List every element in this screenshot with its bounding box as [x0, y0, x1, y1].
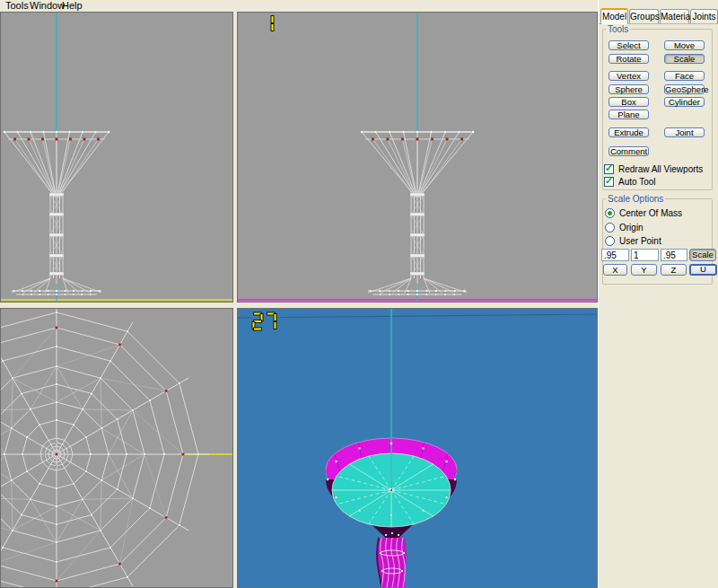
front-wireframe-view	[1, 13, 232, 302]
scale-tool-button[interactable]: Scale	[664, 54, 705, 64]
menu-help[interactable]: Help	[62, 0, 83, 12]
axis-y-button[interactable]: Y	[631, 264, 657, 276]
radio-2[interactable]	[605, 236, 615, 246]
scale-z-input[interactable]	[661, 249, 687, 261]
side-panel: Model Groups Materials Joints Tools Sele…	[598, 0, 718, 588]
side-wireframe-view	[238, 13, 597, 302]
menu-window[interactable]: Window	[30, 0, 65, 12]
auto-tool-label: Auto Tool	[618, 177, 656, 188]
geosphere-button[interactable]: GeoSphere	[664, 84, 705, 94]
extrude-button[interactable]: Extrude	[609, 127, 649, 137]
axis-x-button[interactable]: X	[603, 264, 627, 276]
viewport-side[interactable]	[237, 12, 598, 303]
tab-joints[interactable]: Joints	[690, 9, 718, 23]
tab-model[interactable]: Model	[600, 8, 628, 24]
radio-0[interactable]	[605, 208, 615, 218]
radio-1[interactable]	[605, 223, 615, 233]
scale-x-input[interactable]	[601, 249, 629, 261]
app-window: { "menu": {"items": ["Tools", "Window", …	[0, 0, 718, 588]
redraw-all-viewports-label: Redraw All Viewports	[618, 164, 703, 175]
scale-options-label: Scale Options	[606, 194, 665, 204]
sphere-button[interactable]: Sphere	[609, 84, 649, 94]
viewport-top[interactable]	[0, 308, 233, 588]
cylinder-button[interactable]: Cylinder	[664, 97, 705, 107]
center-of-mass-label: Center Of Mass	[619, 208, 682, 219]
viewport-frame-label	[267, 13, 281, 33]
vertex-button[interactable]: Vertex	[609, 71, 649, 81]
checkbox-1[interactable]	[604, 177, 614, 187]
viewport-frame-counter	[251, 312, 280, 331]
box-button[interactable]: Box	[609, 97, 649, 107]
rotate-button[interactable]: Rotate	[609, 54, 649, 64]
face-button[interactable]: Face	[664, 71, 705, 81]
user-point-label: User Point	[619, 236, 661, 247]
perspective-shaded-view	[238, 309, 597, 587]
origin-label: Origin	[619, 223, 644, 233]
axis-z-button[interactable]: Z	[661, 264, 687, 276]
scale-apply-button[interactable]: Scale	[689, 249, 716, 261]
plane-button[interactable]: Plane	[609, 110, 649, 119]
checkbox-0[interactable]	[604, 164, 614, 174]
tab-materials[interactable]: Materials	[660, 9, 689, 23]
select-button[interactable]: Select	[609, 40, 649, 50]
joint-button[interactable]: Joint	[664, 127, 705, 137]
top-wireframe-view	[1, 309, 232, 587]
menu-tools[interactable]: Tools	[5, 0, 29, 12]
axis-u-button[interactable]: U	[689, 264, 717, 276]
viewport-front[interactable]	[0, 12, 233, 303]
scale-y-input[interactable]	[631, 249, 659, 261]
tools-group-label: Tools	[606, 24, 630, 34]
viewport-perspective[interactable]	[237, 308, 598, 588]
comment-button[interactable]: Comment	[609, 146, 649, 156]
tab-groups[interactable]: Groups	[629, 9, 659, 23]
move-button[interactable]: Move	[664, 40, 705, 50]
